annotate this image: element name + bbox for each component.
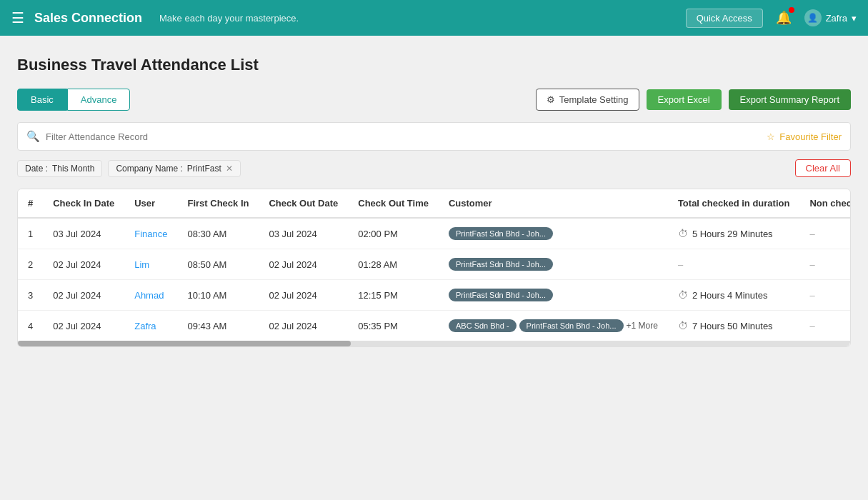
cell-duration: ⏱7 Hours 50 Minutes — [668, 311, 800, 341]
toolbar: Basic Advance ⚙ Template Setting Export … — [17, 89, 851, 111]
date-filter-label: Date : — [25, 164, 48, 174]
cell-user[interactable]: Ahmad — [124, 280, 177, 311]
template-setting-button[interactable]: ⚙ Template Setting — [536, 89, 639, 111]
cell-check-out-date: 02 Jul 2024 — [259, 249, 348, 280]
cell-check-out-date: 03 Jul 2024 — [259, 218, 348, 249]
filters-row: Date : This Month Company Name : PrintFa… — [17, 159, 851, 177]
cell-user[interactable]: Zafra — [124, 311, 177, 341]
customer-badge[interactable]: PrintFast Sdn Bhd - Joh... — [519, 319, 624, 332]
duration-value: 7 Hours 50 Minutes — [692, 321, 773, 331]
active-filters: Date : This Month Company Name : PrintFa… — [17, 160, 241, 177]
fav-filter-label: Favourite Filter — [779, 131, 842, 142]
cell-check-out-time: 12:15 PM — [348, 280, 439, 311]
attendance-table: # Check In Date User First Check In Chec… — [18, 189, 851, 341]
gear-icon: ⚙ — [547, 94, 555, 105]
table-header-row: # Check In Date User First Check In Chec… — [18, 189, 851, 218]
table-row: 103 Jul 2024Finance08:30 AM03 Jul 202402… — [18, 218, 851, 249]
cell-customer: ABC Sdn Bhd -PrintFast Sdn Bhd - Joh...+… — [439, 311, 668, 341]
cell-check-out-time: 05:35 PM — [348, 311, 439, 341]
search-input[interactable] — [46, 131, 767, 142]
search-bar: 🔍 ☆ Favourite Filter — [17, 122, 851, 151]
user-link[interactable]: Zafra — [134, 321, 156, 331]
company-filter-close-icon[interactable]: ✕ — [226, 164, 233, 174]
customer-more-badge: +1 More — [627, 321, 658, 331]
cell-duration: – — [668, 249, 800, 280]
customer-badge[interactable]: PrintFast Sdn Bhd - Joh... — [449, 289, 553, 301]
table-scrollbar-thumb — [18, 341, 351, 346]
cell-non-checkin: – — [799, 280, 851, 311]
duration-empty: – — [678, 259, 683, 270]
main-content: Business Travel Attendance List Basic Ad… — [0, 36, 868, 364]
cell-first-check-in: 09:43 AM — [177, 311, 259, 341]
attendance-table-container: # Check In Date User First Check In Chec… — [17, 189, 851, 347]
table-scrollbar[interactable] — [18, 341, 850, 346]
cell-check-out-time: 02:00 PM — [348, 218, 439, 249]
col-check-in-date: Check In Date — [43, 189, 124, 218]
col-user: User — [124, 189, 177, 218]
cell-non-checkin: – — [799, 311, 851, 341]
cell-check-in-date: 02 Jul 2024 — [43, 311, 124, 341]
star-icon: ☆ — [767, 131, 775, 142]
cell-non-checkin: – — [799, 249, 851, 280]
favourite-filter-button[interactable]: ☆ Favourite Filter — [767, 131, 842, 142]
date-filter-tag: Date : This Month — [17, 160, 102, 177]
cell-first-check-in: 10:10 AM — [177, 280, 259, 311]
top-navigation: ☰ Sales Connection Make each day your ma… — [0, 0, 868, 36]
company-filter-label: Company Name : — [116, 164, 182, 174]
user-link[interactable]: Lim — [134, 259, 149, 270]
col-non-checkin: Non check-in time — [799, 189, 851, 218]
col-check-out-time: Check Out Time — [348, 189, 439, 218]
customer-badge[interactable]: PrintFast Sdn Bhd - Joh... — [449, 258, 553, 271]
clock-icon: ⏱ — [678, 320, 688, 331]
cell-duration: ⏱2 Hours 4 Minutes — [668, 280, 800, 311]
cell-first-check-in: 08:30 AM — [177, 218, 259, 249]
cell-customer: PrintFast Sdn Bhd - Joh... — [439, 218, 668, 249]
tab-advance[interactable]: Advance — [67, 89, 131, 111]
date-filter-value: This Month — [52, 164, 94, 174]
tab-basic[interactable]: Basic — [17, 89, 67, 111]
user-menu[interactable]: 👤 Zafra ▾ — [804, 9, 857, 26]
customer-badge[interactable]: ABC Sdn Bhd - — [449, 319, 517, 332]
user-link[interactable]: Finance — [134, 229, 167, 239]
cell-check-in-date: 02 Jul 2024 — [43, 280, 124, 311]
company-filter-tag: Company Name : PrintFast ✕ — [108, 160, 240, 177]
export-summary-button[interactable]: Export Summary Report — [729, 89, 851, 110]
cell-user[interactable]: Lim — [124, 249, 177, 280]
cell-num: 2 — [18, 249, 43, 280]
clock-icon: ⏱ — [678, 289, 688, 301]
clock-icon: ⏱ — [678, 228, 688, 239]
cell-num: 4 — [18, 311, 43, 341]
cell-user[interactable]: Finance — [124, 218, 177, 249]
user-name: Zafra — [826, 13, 847, 24]
customer-badge[interactable]: PrintFast Sdn Bhd - Joh... — [449, 227, 553, 240]
notification-badge — [789, 7, 794, 13]
hamburger-icon[interactable]: ☰ — [11, 9, 24, 26]
cell-check-in-date: 03 Jul 2024 — [43, 218, 124, 249]
cell-check-out-time: 01:28 AM — [348, 249, 439, 280]
col-first-check-in: First Check In — [177, 189, 259, 218]
cell-num: 1 — [18, 218, 43, 249]
clear-all-button[interactable]: Clear All — [795, 159, 851, 177]
cell-check-in-date: 02 Jul 2024 — [43, 249, 124, 280]
page-title: Business Travel Attendance List — [17, 56, 851, 74]
col-num: # — [18, 189, 43, 218]
cell-check-out-date: 02 Jul 2024 — [259, 311, 348, 341]
user-avatar-icon: 👤 — [804, 9, 822, 26]
cell-first-check-in: 08:50 AM — [177, 249, 259, 280]
search-icon: 🔍 — [26, 130, 40, 143]
table-row: 202 Jul 2024Lim08:50 AM02 Jul 202401:28 … — [18, 249, 851, 280]
view-tab-group: Basic Advance — [17, 89, 130, 111]
col-customer: Customer — [439, 189, 668, 218]
toolbar-actions: ⚙ Template Setting Export Excel Export S… — [536, 89, 851, 111]
user-dropdown-icon: ▾ — [852, 13, 857, 24]
export-excel-button[interactable]: Export Excel — [647, 89, 722, 110]
cell-customer: PrintFast Sdn Bhd - Joh... — [439, 280, 668, 311]
user-link[interactable]: Ahmad — [134, 290, 164, 301]
cell-num: 3 — [18, 280, 43, 311]
duration-value: 2 Hours 4 Minutes — [692, 290, 768, 301]
notification-bell-icon[interactable]: 🔔 — [776, 10, 792, 26]
topnav-right: Quick Access 🔔 👤 Zafra ▾ — [686, 9, 857, 28]
quick-access-button[interactable]: Quick Access — [686, 9, 763, 28]
brand-name: Sales Connection — [34, 11, 142, 26]
company-filter-value: PrintFast — [187, 164, 221, 174]
